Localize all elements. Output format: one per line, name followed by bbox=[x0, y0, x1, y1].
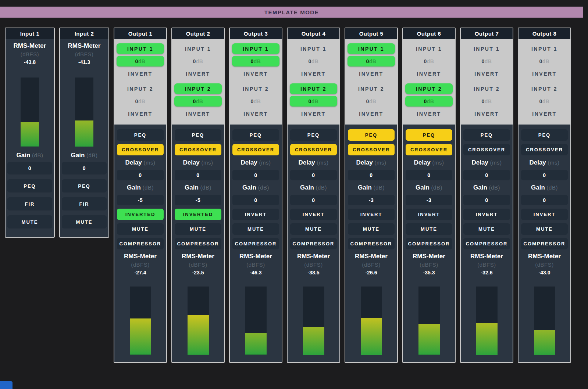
output-5-input-1-invert-button[interactable]: INVERT bbox=[348, 68, 395, 79]
output-8-compressor-button[interactable]: COMPRESSOR bbox=[521, 238, 568, 249]
output-1-crossover-button[interactable]: CROSSOVER bbox=[117, 144, 164, 155]
output-5-input-1-gain-button[interactable]: 0dB bbox=[348, 56, 395, 66]
output-2-input-1-gain-button[interactable]: 0dB bbox=[174, 56, 222, 66]
output-4-peq-button[interactable]: PEQ bbox=[290, 129, 337, 141]
output-1-gain-value-button[interactable]: -5 bbox=[117, 195, 164, 205]
output-2-compressor-button[interactable]: COMPRESSOR bbox=[175, 238, 221, 249]
output-4-input-1-invert-button[interactable]: INVERT bbox=[290, 68, 337, 79]
output-5-compressor-button[interactable]: COMPRESSOR bbox=[348, 238, 395, 249]
output-5-invert-button[interactable]: INVERT bbox=[348, 209, 395, 220]
output-2-input-1-invert-button[interactable]: INVERT bbox=[174, 68, 222, 79]
output-8-gain-value-button[interactable]: 0 bbox=[521, 195, 568, 205]
bottom-left-partial-button[interactable] bbox=[0, 381, 13, 389]
input-2-gain-value-button[interactable]: 0 bbox=[62, 162, 107, 174]
output-7-input-1-gain-button[interactable]: 0dB bbox=[463, 56, 510, 66]
output-7-crossover-button[interactable]: CROSSOVER bbox=[463, 144, 510, 155]
output-4-gain-value-button[interactable]: 0 bbox=[290, 195, 337, 205]
output-3-input-2-select-button[interactable]: INPUT 2 bbox=[232, 83, 279, 94]
output-2-delay-value-button[interactable]: 0 bbox=[175, 170, 221, 180]
output-7-input-1-invert-button[interactable]: INVERT bbox=[463, 68, 510, 79]
output-1-peq-button[interactable]: PEQ bbox=[117, 129, 164, 141]
output-1-invert-button[interactable]: INVERTED bbox=[117, 209, 164, 220]
output-7-input-1-select-button[interactable]: INPUT 1 bbox=[463, 43, 510, 54]
output-1-compressor-button[interactable]: COMPRESSOR bbox=[117, 238, 164, 249]
output-1-input-1-select-button[interactable]: INPUT 1 bbox=[117, 43, 164, 54]
output-5-gain-value-button[interactable]: -3 bbox=[348, 195, 395, 205]
output-4-invert-button[interactable]: INVERT bbox=[290, 209, 337, 220]
output-3-peq-button[interactable]: PEQ bbox=[232, 129, 279, 141]
output-6-input-1-select-button[interactable]: INPUT 1 bbox=[405, 43, 453, 54]
output-8-input-1-invert-button[interactable]: INVERT bbox=[521, 68, 568, 79]
output-8-mute-button[interactable]: MUTE bbox=[521, 223, 568, 235]
output-1-input-2-invert-button[interactable]: INVERT bbox=[117, 108, 164, 119]
output-8-input-2-select-button[interactable]: INPUT 2 bbox=[521, 83, 568, 94]
output-2-peq-button[interactable]: PEQ bbox=[175, 129, 221, 141]
output-2-gain-value-button[interactable]: -5 bbox=[175, 195, 221, 205]
output-1-input-1-invert-button[interactable]: INVERT bbox=[117, 68, 164, 79]
output-8-input-1-gain-button[interactable]: 0dB bbox=[521, 56, 568, 66]
output-5-input-1-select-button[interactable]: INPUT 1 bbox=[348, 43, 395, 54]
output-6-gain-value-button[interactable]: -3 bbox=[406, 195, 452, 205]
output-7-input-2-invert-button[interactable]: INVERT bbox=[463, 108, 510, 119]
output-3-invert-button[interactable]: INVERT bbox=[232, 209, 279, 220]
output-1-input-1-gain-button[interactable]: 0dB bbox=[117, 56, 164, 66]
output-8-invert-button[interactable]: INVERT bbox=[521, 209, 568, 220]
output-2-invert-button[interactable]: INVERTED bbox=[175, 209, 221, 220]
output-2-input-2-gain-button[interactable]: 0dB bbox=[174, 96, 222, 107]
output-3-mute-button[interactable]: MUTE bbox=[232, 223, 279, 235]
output-1-input-2-gain-button[interactable]: 0dB bbox=[117, 96, 164, 107]
output-1-input-2-select-button[interactable]: INPUT 2 bbox=[117, 83, 164, 94]
output-6-crossover-button[interactable]: CROSSOVER bbox=[406, 144, 452, 155]
input-1-gain-value-button[interactable]: 0 bbox=[7, 162, 52, 174]
output-7-delay-value-button[interactable]: 0 bbox=[463, 170, 510, 180]
output-4-input-2-gain-button[interactable]: 0dB bbox=[290, 96, 337, 107]
output-2-input-2-select-button[interactable]: INPUT 2 bbox=[174, 83, 222, 94]
output-8-input-1-select-button[interactable]: INPUT 1 bbox=[521, 43, 568, 54]
output-7-gain-value-button[interactable]: 0 bbox=[463, 195, 510, 205]
output-2-mute-button[interactable]: MUTE bbox=[175, 223, 221, 235]
output-6-input-2-gain-button[interactable]: 0dB bbox=[405, 96, 453, 107]
output-2-input-2-invert-button[interactable]: INVERT bbox=[174, 108, 222, 119]
output-3-crossover-button[interactable]: CROSSOVER bbox=[232, 144, 279, 155]
output-5-peq-button[interactable]: PEQ bbox=[348, 129, 395, 141]
output-6-peq-button[interactable]: PEQ bbox=[406, 129, 452, 141]
output-4-crossover-button[interactable]: CROSSOVER bbox=[290, 144, 337, 155]
input-1-peq-button[interactable]: PEQ bbox=[7, 179, 52, 192]
output-3-input-1-gain-button[interactable]: 0dB bbox=[232, 56, 279, 66]
output-3-input-2-invert-button[interactable]: INVERT bbox=[232, 108, 279, 119]
output-3-gain-value-button[interactable]: 0 bbox=[232, 195, 279, 205]
output-6-compressor-button[interactable]: COMPRESSOR bbox=[406, 238, 452, 249]
output-8-crossover-button[interactable]: CROSSOVER bbox=[521, 144, 568, 155]
output-7-peq-button[interactable]: PEQ bbox=[463, 129, 510, 141]
output-2-input-1-select-button[interactable]: INPUT 1 bbox=[174, 43, 222, 54]
output-6-input-1-gain-button[interactable]: 0dB bbox=[405, 56, 453, 66]
output-5-input-2-invert-button[interactable]: INVERT bbox=[348, 108, 395, 119]
output-8-input-2-gain-button[interactable]: 0dB bbox=[521, 96, 568, 107]
output-3-input-1-select-button[interactable]: INPUT 1 bbox=[232, 43, 279, 54]
output-7-input-2-select-button[interactable]: INPUT 2 bbox=[463, 83, 510, 94]
output-5-input-2-gain-button[interactable]: 0dB bbox=[348, 96, 395, 107]
output-3-input-2-gain-button[interactable]: 0dB bbox=[232, 96, 279, 107]
input-2-peq-button[interactable]: PEQ bbox=[62, 179, 107, 192]
output-6-input-2-invert-button[interactable]: INVERT bbox=[405, 108, 453, 119]
output-3-delay-value-button[interactable]: 0 bbox=[232, 170, 279, 180]
output-8-peq-button[interactable]: PEQ bbox=[521, 129, 568, 141]
output-4-input-2-invert-button[interactable]: INVERT bbox=[290, 108, 337, 119]
output-6-input-1-invert-button[interactable]: INVERT bbox=[405, 68, 453, 79]
output-4-delay-value-button[interactable]: 0 bbox=[290, 170, 337, 180]
output-1-delay-value-button[interactable]: 0 bbox=[117, 170, 164, 180]
input-1-mute-button[interactable]: MUTE bbox=[7, 215, 52, 228]
output-6-invert-button[interactable]: INVERT bbox=[406, 209, 452, 220]
output-4-input-1-select-button[interactable]: INPUT 1 bbox=[290, 43, 337, 54]
output-7-compressor-button[interactable]: COMPRESSOR bbox=[463, 238, 510, 249]
output-5-mute-button[interactable]: MUTE bbox=[348, 223, 395, 235]
output-1-mute-button[interactable]: MUTE bbox=[117, 223, 164, 235]
input-2-mute-button[interactable]: MUTE bbox=[62, 215, 107, 228]
input-1-fir-button[interactable]: FIR bbox=[7, 197, 52, 210]
output-5-input-2-select-button[interactable]: INPUT 2 bbox=[348, 83, 395, 94]
output-4-compressor-button[interactable]: COMPRESSOR bbox=[290, 238, 337, 249]
output-6-mute-button[interactable]: MUTE bbox=[406, 223, 452, 235]
output-5-crossover-button[interactable]: CROSSOVER bbox=[348, 144, 395, 155]
output-8-input-2-invert-button[interactable]: INVERT bbox=[521, 108, 568, 119]
output-7-invert-button[interactable]: INVERT bbox=[463, 209, 510, 220]
